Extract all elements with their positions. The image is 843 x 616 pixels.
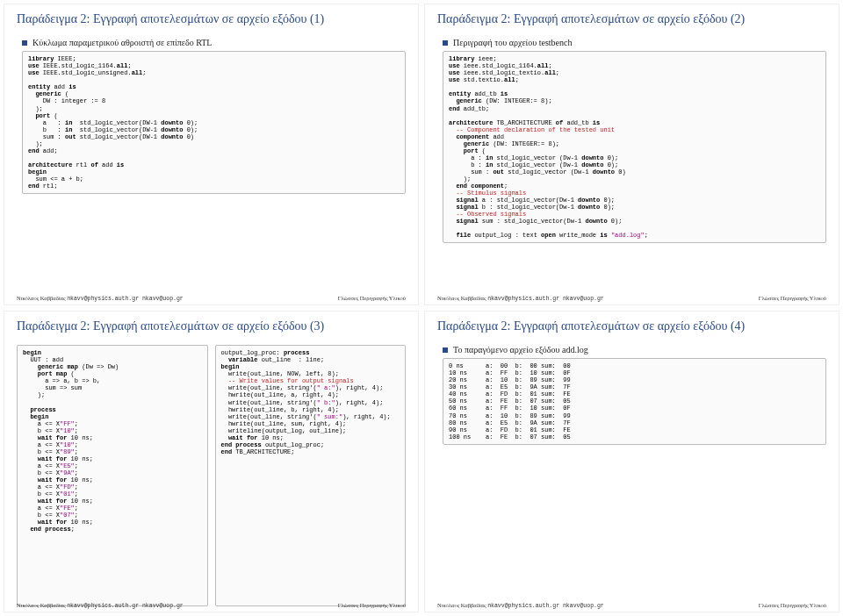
bullet-item: Το παραγόμενο αρχείο εξόδου add.log <box>443 345 826 355</box>
slide-body: Περιγραφή του αρχείου testbench library … <box>437 36 826 303</box>
footer-left: Νικόλαος Καββαδίας nkavv@physics.auth.gr… <box>17 295 184 302</box>
slide-title: Παράδειγμα 2: Εγγραφή αποτελεσμάτων σε α… <box>437 11 826 27</box>
footer-right: Γλώσσες Περιγραφής Υλικού <box>759 295 826 302</box>
slide-title: Παράδειγμα 2: Εγγραφή αποτελεσμάτων σε α… <box>17 319 406 334</box>
bullet-text: Το παραγόμενο αρχείο εξόδου add.log <box>453 345 588 355</box>
code-block: library IEEE; use IEEE.std_logic_1164.al… <box>22 51 406 194</box>
slide-footer: Νικόλαος Καββαδίας nkavv@physics.auth.gr… <box>437 295 826 302</box>
bullet-icon <box>443 347 448 353</box>
slide-footer: Νικόλαος Καββαδίας nkavv@physics.auth.gr… <box>17 602 406 609</box>
footer-right: Γλώσσες Περιγραφής Υλικού <box>338 602 406 609</box>
slide-4: Παράδειγμα 2: Εγγραφή αποτελεσμάτων σε α… <box>424 311 839 612</box>
footer-right: Γλώσσες Περιγραφής Υλικού <box>338 295 406 302</box>
code-block-right: output_log_proc: process variable out_li… <box>215 345 407 606</box>
slide-body: begin UUT : add generic map (Dw => Dw) p… <box>17 343 406 610</box>
bullet-item: Περιγραφή του αρχείου testbench <box>443 38 826 47</box>
footer-left: Νικόλαος Καββαδίας nkavv@physics.auth.gr… <box>17 602 184 609</box>
slide-body: Το παραγόμενο αρχείο εξόδου add.log 0 ns… <box>437 343 826 610</box>
slide-body: Κύκλωμα παραμετρικού αθροιστή σε επίπεδο… <box>17 36 406 303</box>
footer-right: Γλώσσες Περιγραφής Υλικού <box>759 602 826 609</box>
code-block-left: begin UUT : add generic map (Dw => Dw) p… <box>17 345 208 606</box>
bullet-text: Περιγραφή του αρχείου testbench <box>453 38 573 47</box>
bullet-icon <box>22 40 27 46</box>
code-block: library ieee; use ieee.std_logic_1164.al… <box>443 51 826 243</box>
code-block: 0 ns a: 00 b: 00 sum: 00 10 ns a: FF b: … <box>443 358 826 445</box>
bullet-item: Κύκλωμα παραμετρικού αθροιστή σε επίπεδο… <box>22 38 406 47</box>
slide-title: Παράδειγμα 2: Εγγραφή αποτελεσμάτων σε α… <box>437 319 826 334</box>
slide-title: Παράδειγμα 2: Εγγραφή αποτελεσμάτων σε α… <box>17 11 406 27</box>
bullet-icon <box>443 40 448 46</box>
slide-3: Παράδειγμα 2: Εγγραφή αποτελεσμάτων σε α… <box>4 311 419 612</box>
slide-footer: Νικόλαος Καββαδίας nkavv@physics.auth.gr… <box>17 295 406 302</box>
slide-2: Παράδειγμα 2: Εγγραφή αποτελεσμάτων σε α… <box>424 4 839 305</box>
slide-1: Παράδειγμα 2: Εγγραφή αποτελεσμάτων σε α… <box>4 4 419 305</box>
slide-footer: Νικόλαος Καββαδίας nkavv@physics.auth.gr… <box>437 602 826 609</box>
footer-left: Νικόλαος Καββαδίας nkavv@physics.auth.gr… <box>437 602 604 609</box>
bullet-text: Κύκλωμα παραμετρικού αθροιστή σε επίπεδο… <box>32 38 212 47</box>
footer-left: Νικόλαος Καββαδίας nkavv@physics.auth.gr… <box>437 295 604 302</box>
